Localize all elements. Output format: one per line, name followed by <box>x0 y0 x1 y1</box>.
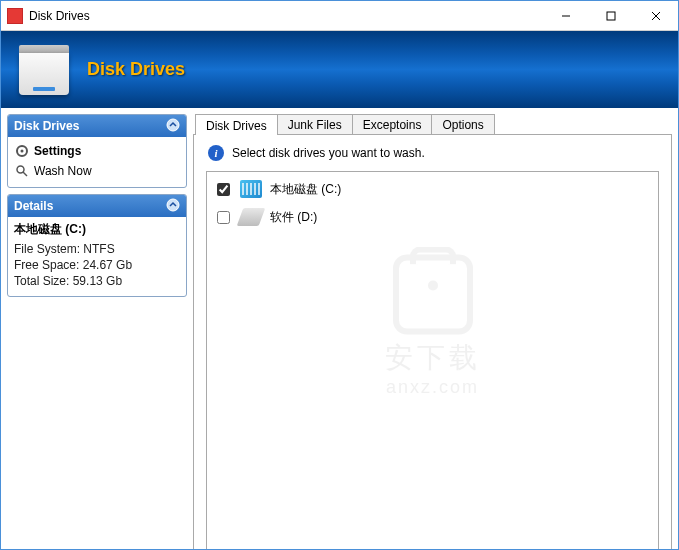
drive-row-c[interactable]: 本地磁盘 (C:) <box>217 180 648 198</box>
banner-title: Disk Drives <box>87 59 185 80</box>
maximize-button[interactable] <box>588 1 633 30</box>
tab-junk-files[interactable]: Junk Files <box>277 114 353 134</box>
panel-header-details[interactable]: Details <box>8 195 186 217</box>
watermark: 安下载 anxz.com <box>385 254 481 397</box>
main-panel: Disk Drives Junk Files Exceptoins Option… <box>193 114 672 543</box>
windows-drive-icon <box>240 180 262 198</box>
svg-rect-1 <box>607 12 615 20</box>
collapse-icon <box>166 198 180 214</box>
details-fs: File System: NTFS <box>14 242 180 256</box>
removable-drive-icon <box>237 208 266 226</box>
hint-row: i Select disk drives you want to wash. <box>208 145 659 161</box>
panel-disk-drives: Disk Drives Settings <box>7 114 187 188</box>
minimize-button[interactable] <box>543 1 588 30</box>
sidebar-item-wash-now[interactable]: Wash Now <box>14 161 180 181</box>
details-drive-name: 本地磁盘 (C:) <box>14 221 180 238</box>
titlebar: Disk Drives <box>1 1 678 31</box>
info-icon: i <box>208 145 224 161</box>
panel-title: Disk Drives <box>14 119 79 133</box>
sidebar-item-settings[interactable]: Settings <box>14 141 180 161</box>
drive-label: 本地磁盘 (C:) <box>270 181 341 198</box>
tab-strip: Disk Drives Junk Files Exceptoins Option… <box>193 114 672 134</box>
watermark-en: anxz.com <box>385 376 481 397</box>
drive-checkbox[interactable] <box>217 183 230 196</box>
panel-header-disk-drives[interactable]: Disk Drives <box>8 115 186 137</box>
hint-text: Select disk drives you want to wash. <box>232 146 425 160</box>
tab-disk-drives[interactable]: Disk Drives <box>195 114 278 135</box>
drive-checkbox[interactable] <box>217 211 230 224</box>
window-controls <box>543 1 678 30</box>
details-total: Total Size: 59.13 Gb <box>14 274 180 288</box>
window-title: Disk Drives <box>29 9 543 23</box>
svg-point-6 <box>21 150 24 153</box>
collapse-icon <box>166 118 180 134</box>
tab-options[interactable]: Options <box>431 114 494 134</box>
close-button[interactable] <box>633 1 678 30</box>
content-area: Disk Drives Settings <box>1 108 678 549</box>
svg-line-8 <box>23 172 27 176</box>
sidebar: Disk Drives Settings <box>7 114 187 543</box>
panel-body: 本地磁盘 (C:) File System: NTFS Free Space: … <box>8 217 186 296</box>
details-free: Free Space: 24.67 Gb <box>14 258 180 272</box>
svg-point-9 <box>167 199 179 211</box>
svg-point-7 <box>17 166 24 173</box>
disk-drive-icon <box>19 45 69 95</box>
gear-icon <box>14 143 30 159</box>
sidebar-item-label: Settings <box>34 144 81 158</box>
sidebar-item-label: Wash Now <box>34 164 92 178</box>
panel-body: Settings Wash Now <box>8 137 186 187</box>
watermark-lock-icon <box>393 254 473 334</box>
drive-list: 本地磁盘 (C:) 软件 (D:) 安下载 anxz.com <box>206 171 659 549</box>
panel-details: Details 本地磁盘 (C:) File System: NTFS Free… <box>7 194 187 297</box>
search-icon <box>14 163 30 179</box>
app-window: Disk Drives Disk Drives Disk Drives <box>0 0 679 550</box>
header-banner: Disk Drives <box>1 31 678 108</box>
watermark-cn: 安下载 <box>385 338 481 376</box>
svg-point-4 <box>167 119 179 131</box>
app-icon <box>7 8 23 24</box>
tab-page: i Select disk drives you want to wash. 本… <box>193 134 672 549</box>
drive-label: 软件 (D:) <box>270 209 317 226</box>
panel-title: Details <box>14 199 53 213</box>
tab-exceptions[interactable]: Exceptoins <box>352 114 433 134</box>
drive-row-d[interactable]: 软件 (D:) <box>217 208 648 226</box>
